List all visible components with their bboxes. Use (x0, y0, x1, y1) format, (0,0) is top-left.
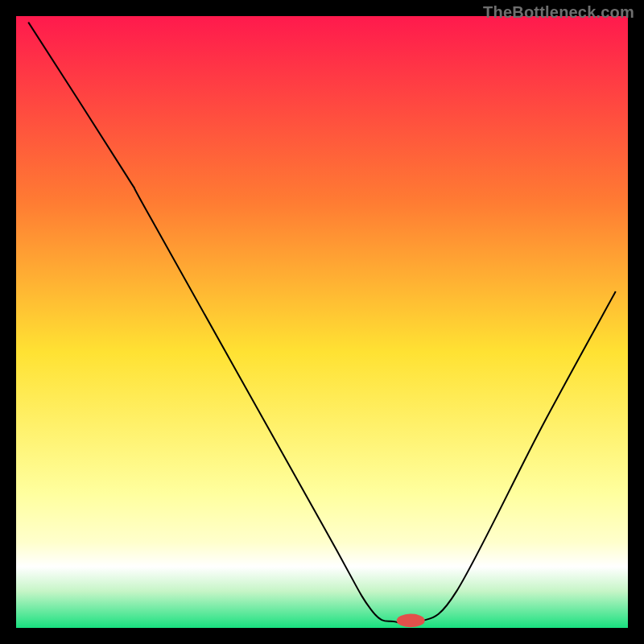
chart-stage: TheBottleneck.com (0, 0, 644, 644)
plot-background (16, 16, 628, 628)
optimum-marker (397, 614, 425, 628)
watermark-text: TheBottleneck.com (483, 3, 634, 22)
bottleneck-chart (0, 0, 644, 644)
